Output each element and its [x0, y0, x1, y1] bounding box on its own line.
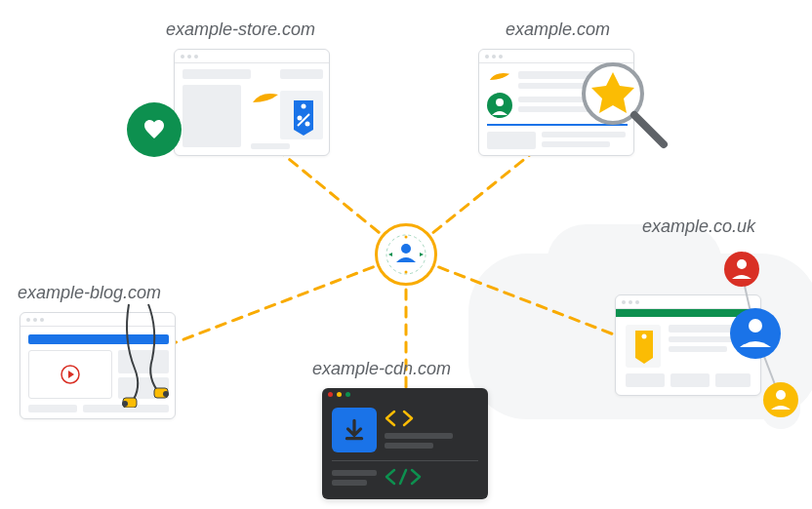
svg-point-22 — [163, 391, 169, 397]
svg-point-15 — [496, 98, 504, 106]
people-network-icon — [703, 246, 810, 431]
heart-icon — [142, 118, 167, 141]
code-brackets-icon — [385, 410, 414, 427]
tag-icon — [626, 325, 661, 368]
identity-hub-icon — [385, 233, 427, 276]
svg-point-8 — [405, 271, 408, 274]
download-arrow-icon — [342, 417, 367, 443]
browser-store — [174, 49, 330, 156]
svg-point-6 — [401, 244, 411, 254]
terminal-cdn — [322, 388, 488, 499]
svg-point-21 — [122, 401, 128, 407]
label-uk: example.co.uk — [642, 216, 755, 237]
avatar-icon — [487, 93, 512, 118]
svg-point-7 — [405, 236, 408, 239]
label-store: example-store.com — [166, 20, 315, 40]
svg-line-17 — [634, 115, 664, 144]
svg-point-10 — [302, 104, 306, 109]
svg-point-24 — [642, 334, 647, 339]
svg-line-2 — [166, 254, 406, 346]
svg-point-12 — [305, 122, 310, 127]
diagram-stage: example-store.com example.com — [0, 0, 812, 509]
download-tile — [332, 408, 377, 452]
svg-point-30 — [749, 319, 762, 333]
earbuds-icon — [113, 300, 191, 408]
play-icon — [61, 365, 80, 384]
label-site: example.com — [506, 20, 610, 40]
brand-swoosh-icon — [487, 69, 512, 83]
brand-swoosh-icon — [251, 89, 280, 106]
price-tag-icon — [280, 91, 323, 139]
magnifier-icon — [576, 57, 673, 158]
svg-point-32 — [776, 390, 786, 400]
heart-bubble-icon — [127, 102, 182, 157]
code-selfclose-icon — [385, 468, 422, 486]
svg-point-29 — [730, 308, 781, 359]
label-cdn: example-cdn.com — [312, 359, 451, 379]
identity-hub — [375, 223, 437, 286]
svg-point-28 — [737, 259, 747, 269]
svg-point-11 — [298, 116, 303, 121]
